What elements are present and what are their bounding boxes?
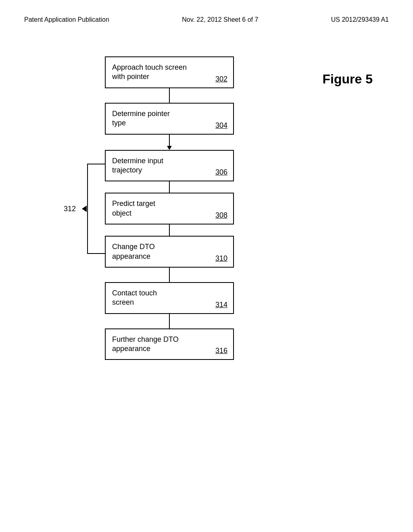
bracket-arrow bbox=[82, 206, 87, 212]
box-306: Determine inputtrajectory 306 bbox=[105, 150, 234, 182]
box-304-number: 304 bbox=[215, 121, 227, 130]
connector-5 bbox=[169, 268, 170, 282]
header-right: US 2012/293439 A1 bbox=[331, 16, 389, 23]
box-302: Approach touch screenwith pointer 302 bbox=[105, 56, 234, 88]
flowchart-diagram: Approach touch screenwith pointer 302 De… bbox=[81, 52, 250, 360]
box-314: Contact touchscreen 314 bbox=[105, 282, 234, 314]
box-314-text: Contact touchscreen bbox=[112, 289, 227, 308]
connector-2 bbox=[169, 135, 170, 146]
connector-4 bbox=[169, 224, 170, 236]
box-316-text: Further change DTOappearance bbox=[112, 335, 227, 354]
bracket-label: 312 bbox=[64, 204, 76, 213]
box-302-text: Approach touch screenwith pointer bbox=[112, 63, 227, 82]
figure-label: Figure 5 bbox=[323, 72, 373, 87]
bracket-bottom bbox=[87, 253, 106, 254]
header-left: Patent Application Publication bbox=[24, 16, 109, 23]
header-center: Nov. 22, 2012 Sheet 6 of 7 bbox=[182, 16, 258, 23]
bracket-vertical bbox=[87, 164, 88, 254]
box-304: Determine pointertype 304 bbox=[105, 103, 234, 135]
box-306-number: 306 bbox=[215, 168, 227, 177]
box-306-text: Determine inputtrajectory bbox=[112, 156, 227, 175]
box-304-text: Determine pointertype bbox=[112, 109, 227, 128]
box-308-text: Predict targetobject bbox=[112, 199, 227, 218]
box-310: Change DTOappearance 310 bbox=[105, 236, 234, 268]
box-308: Predict targetobject 308 bbox=[105, 193, 234, 224]
box-302-number: 302 bbox=[215, 75, 227, 83]
connector-1 bbox=[169, 88, 170, 103]
box-316: Further change DTOappearance 316 bbox=[105, 328, 234, 360]
bracket-top bbox=[87, 164, 106, 164]
arrow-1 bbox=[167, 146, 172, 150]
box-310-text: Change DTOappearance bbox=[112, 242, 227, 261]
bracket-group: 312 Determine inputtrajectory 306 Predic… bbox=[81, 150, 250, 268]
connector-3 bbox=[169, 181, 170, 193]
left-bracket-area: 312 bbox=[81, 150, 105, 268]
box-314-number: 314 bbox=[215, 301, 227, 309]
box-308-number: 308 bbox=[215, 211, 227, 220]
box-316-number: 316 bbox=[215, 347, 227, 355]
page-header: Patent Application Publication Nov. 22, … bbox=[0, 16, 413, 23]
box-310-number: 310 bbox=[215, 254, 227, 263]
connector-6 bbox=[169, 314, 170, 328]
